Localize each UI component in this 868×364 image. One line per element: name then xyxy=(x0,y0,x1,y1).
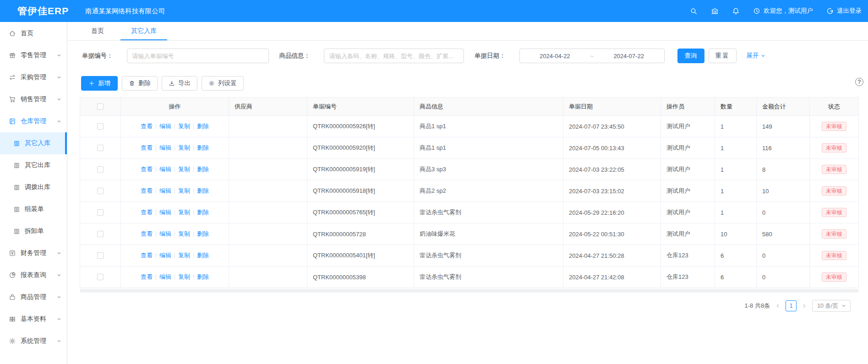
copy-link[interactable]: 复制 xyxy=(178,144,190,152)
bell-icon[interactable] xyxy=(732,7,740,15)
expand-link[interactable]: 展开 xyxy=(747,52,766,60)
view-link[interactable]: 查看 xyxy=(141,208,153,217)
sidebar-item-other-inbound[interactable]: 其它入库 xyxy=(0,132,67,154)
date-cell: 2024-05-22 00:51:30 xyxy=(563,223,661,244)
help-icon[interactable]: ? xyxy=(855,78,863,86)
header-qty: 数量 xyxy=(715,98,757,115)
checkbox-cell xyxy=(80,180,121,201)
edit-link[interactable]: 编辑 xyxy=(159,251,171,260)
tab-other-inbound[interactable]: 其它入库 xyxy=(120,22,167,40)
supplier-cell xyxy=(229,202,307,223)
copy-link[interactable]: 复制 xyxy=(178,122,190,130)
sidebar-item-label: 系统管理 xyxy=(21,337,46,345)
delete-link[interactable]: 删除 xyxy=(197,273,209,281)
edit-link[interactable]: 编辑 xyxy=(159,273,171,281)
edit-link[interactable]: 编辑 xyxy=(159,165,171,174)
bill-no-input[interactable] xyxy=(127,49,269,63)
welcome-user[interactable]: 欢迎您，测试用户 xyxy=(753,7,813,15)
delete-link[interactable]: 删除 xyxy=(197,144,209,152)
page-number[interactable]: 1 xyxy=(786,300,797,311)
bank-icon[interactable] xyxy=(711,7,719,15)
sidebar-item-other-outbound[interactable]: 其它出库 xyxy=(0,154,67,176)
reset-button[interactable]: 重置 xyxy=(709,49,737,63)
operator-cell: 仓库123 xyxy=(661,245,715,266)
sidebar-item-finance[interactable]: 财务管理 xyxy=(0,242,67,264)
edit-link[interactable]: 编辑 xyxy=(159,208,171,217)
sidebar-item-basic-data[interactable]: 基本资料 xyxy=(0,308,67,330)
delete-button[interactable]: 删除 xyxy=(122,76,158,91)
edit-link[interactable]: 编辑 xyxy=(159,122,171,130)
row-checkbox[interactable] xyxy=(97,188,104,194)
actions-cell: 查看编辑复制删除 xyxy=(121,266,229,288)
logout-button[interactable]: 退出登录 xyxy=(826,7,862,15)
link-separator xyxy=(175,124,175,129)
sidebar-item-sales[interactable]: 销售管理 xyxy=(0,88,67,110)
column-settings-button[interactable]: 列设置 xyxy=(202,76,244,91)
delete-link[interactable]: 删除 xyxy=(197,122,209,130)
gear-icon xyxy=(208,80,215,87)
add-button[interactable]: 新增 xyxy=(81,76,118,91)
sidebar-item-retail[interactable]: 零售管理 xyxy=(0,44,67,66)
sidebar-item-assembly-order[interactable]: 组装单 xyxy=(0,198,67,220)
horizontal-scrollbar[interactable] xyxy=(80,289,859,293)
sidebar-item-disassembly-order[interactable]: 拆卸单 xyxy=(0,220,67,242)
delete-link[interactable]: 删除 xyxy=(197,251,209,260)
view-link[interactable]: 查看 xyxy=(141,122,153,130)
row-checkbox[interactable] xyxy=(97,274,104,280)
row-checkbox[interactable] xyxy=(97,123,104,130)
app-logo: 管伊佳ERP xyxy=(17,5,69,17)
link-separator xyxy=(156,210,156,215)
row-checkbox[interactable] xyxy=(97,252,104,259)
view-link[interactable]: 查看 xyxy=(141,165,153,174)
logout-text: 退出登录 xyxy=(837,7,862,15)
row-checkbox[interactable] xyxy=(97,209,104,216)
next-page-button[interactable] xyxy=(801,303,808,309)
page-size-select[interactable]: 10 条/页 xyxy=(812,300,851,312)
date-range-input[interactable]: 2024-04-22 ~ 2024-07-22 xyxy=(519,49,665,63)
copy-link[interactable]: 复制 xyxy=(178,230,190,238)
sidebar-item-label: 零售管理 xyxy=(21,51,46,60)
select-all-checkbox[interactable] xyxy=(97,103,104,110)
sidebar-item-home[interactable]: 首页 xyxy=(0,22,67,44)
copy-link[interactable]: 复制 xyxy=(178,273,190,281)
delete-link[interactable]: 删除 xyxy=(197,187,209,195)
link-separator xyxy=(156,231,156,237)
sidebar-item-products[interactable]: 商品管理 xyxy=(0,286,67,308)
link-separator xyxy=(156,124,156,129)
sidebar-item-warehouse[interactable]: 仓库管理 xyxy=(0,110,67,132)
delete-link[interactable]: 删除 xyxy=(197,208,209,217)
supplier-cell xyxy=(229,137,307,158)
sidebar-item-reports[interactable]: 报表查询 xyxy=(0,264,67,286)
sidebar-item-system[interactable]: 系统管理 xyxy=(0,330,67,352)
tab-home[interactable]: 首页 xyxy=(81,22,115,40)
row-checkbox[interactable] xyxy=(97,166,104,173)
search-button[interactable]: 查询 xyxy=(677,49,704,63)
view-link[interactable]: 查看 xyxy=(141,230,153,238)
delete-link[interactable]: 删除 xyxy=(197,165,209,174)
view-link[interactable]: 查看 xyxy=(141,187,153,195)
sidebar-item-purchase[interactable]: 采购管理 xyxy=(0,66,67,88)
product-info-input[interactable] xyxy=(324,49,464,63)
copy-link[interactable]: 复制 xyxy=(178,251,190,260)
chevron-down-icon xyxy=(56,53,62,58)
copy-link[interactable]: 复制 xyxy=(178,165,190,174)
edit-link[interactable]: 编辑 xyxy=(159,230,171,238)
view-link[interactable]: 查看 xyxy=(141,251,153,260)
delete-link[interactable]: 删除 xyxy=(197,230,209,238)
row-checkbox[interactable] xyxy=(97,145,104,151)
chevron-left-icon xyxy=(775,303,781,309)
edit-link[interactable]: 编辑 xyxy=(159,144,171,152)
view-link[interactable]: 查看 xyxy=(141,144,153,152)
copy-link[interactable]: 复制 xyxy=(178,187,190,195)
prev-page-button[interactable] xyxy=(775,303,781,309)
link-separator xyxy=(175,231,175,237)
sidebar-item-transfer-outbound[interactable]: 调拨出库 xyxy=(0,176,67,198)
view-link[interactable]: 查看 xyxy=(141,273,153,281)
search-icon[interactable] xyxy=(690,7,698,15)
export-button[interactable]: 导出 xyxy=(162,76,197,91)
row-checkbox[interactable] xyxy=(97,231,104,237)
copy-link[interactable]: 复制 xyxy=(178,208,190,217)
chevron-down-icon xyxy=(56,250,62,256)
edit-link[interactable]: 编辑 xyxy=(159,187,171,195)
checkbox-cell xyxy=(80,245,121,266)
